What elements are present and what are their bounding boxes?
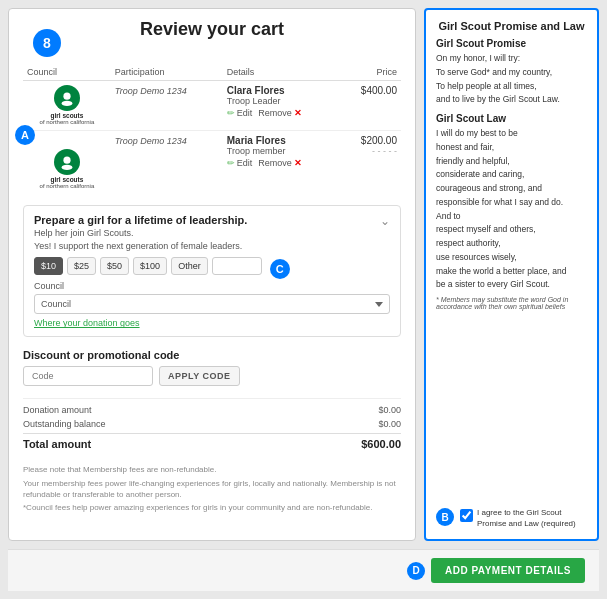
promise-panel-title: Girl Scout Promise and Law <box>436 20 587 32</box>
gs-logo-1: girl scouts of northern california <box>27 85 107 126</box>
member-name-1: Clara Flores <box>227 85 335 96</box>
donation-title: Prepare a girl for a lifetime of leaders… <box>34 214 247 226</box>
agree-label: I agree to the Girl Scout Promise and La… <box>477 508 587 529</box>
svg-point-1 <box>62 101 73 106</box>
promise-subtitle: Girl Scout Promise <box>436 38 587 49</box>
pencil-icon-2: ✏ <box>227 158 235 168</box>
amount-btn-10[interactable]: $10 <box>34 257 63 275</box>
promise-line-4: and to live by the Girl Scout Law. <box>436 93 587 106</box>
edit-remove-row-2: ✏ Edit Remove ✕ <box>227 158 335 168</box>
c-badge: C <box>270 259 290 279</box>
discount-title: Discount or promotional code <box>23 349 401 361</box>
svg-point-2 <box>63 156 70 163</box>
gs-name-line1: girl scouts <box>50 112 83 119</box>
remove-button-2[interactable]: Remove ✕ <box>258 158 302 168</box>
law-subtitle: Girl Scout Law <box>436 113 587 124</box>
law-line-5: responsible for what I say and do. <box>436 196 587 209</box>
col-details: Details <box>223 64 339 81</box>
law-line-7: respect authority, <box>436 237 587 250</box>
gs-logo-2: girl scouts of northern california <box>27 149 107 190</box>
promise-text: On my honor, I will try: To serve God* a… <box>436 52 587 107</box>
donation-amount-label: Donation amount <box>23 405 92 415</box>
b-badge: B <box>436 508 454 526</box>
law-line-4: courageous and strong, and <box>436 182 587 195</box>
amount-btn-25[interactable]: $25 <box>67 257 96 275</box>
troop-name-1: Troop Demo 1234 <box>115 86 187 96</box>
donation-amount-value: $0.00 <box>378 405 401 415</box>
x-icon-1: ✕ <box>294 108 302 118</box>
law-line-1: honest and fair, <box>436 141 587 154</box>
step-badge: 8 <box>33 29 61 57</box>
svg-point-3 <box>62 164 73 169</box>
law-line-10: be a sister to every Girl Scout. <box>436 278 587 291</box>
footnotes: Please note that Membership fees are non… <box>23 464 401 515</box>
council-label: Council <box>34 281 390 291</box>
col-participation: Participation <box>111 64 223 81</box>
amount-btn-50[interactable]: $50 <box>100 257 129 275</box>
donation-amount-row: Donation amount $0.00 <box>23 403 401 417</box>
table-row: girl scouts of northern california Troop… <box>23 81 401 131</box>
promise-line-1: On my honor, I will try: <box>436 52 587 65</box>
price-dots: - - - - - <box>343 146 397 156</box>
amount-btn-100[interactable]: $100 <box>133 257 167 275</box>
price-1: $400.00 <box>361 85 397 96</box>
law-line-9: make the world a better place, and <box>436 265 587 278</box>
gs-name-line2: of northern california <box>40 119 95 126</box>
promise-line-2: To serve God* and my country, <box>436 66 587 79</box>
total-label: Total amount <box>23 438 91 450</box>
gs-name-line2-2: of northern california <box>40 183 95 190</box>
col-price: Price <box>339 64 401 81</box>
promise-line-3: To help people at all times, <box>436 80 587 93</box>
agree-checkbox[interactable] <box>460 509 473 522</box>
footnote-1: Please note that Membership fees are non… <box>23 464 401 475</box>
donation-link[interactable]: Where your donation goes <box>34 318 140 328</box>
amount-custom-input[interactable] <box>212 257 262 275</box>
price-2: $200.00 <box>361 135 397 146</box>
balance-value: $0.00 <box>378 419 401 429</box>
member-name-2: Maria Flores <box>227 135 335 146</box>
d-badge: D <box>407 562 425 580</box>
member-role-2: Troop member <box>227 146 335 156</box>
amount-buttons: $10 $25 $50 $100 Other <box>34 257 262 275</box>
remove-button-1[interactable]: Remove ✕ <box>258 108 302 118</box>
law-line-8: use resources wisely, <box>436 251 587 264</box>
law-line-3: considerate and caring, <box>436 168 587 181</box>
law-text: I will do my best to be honest and fair,… <box>436 127 587 292</box>
balance-row: Outstanding balance $0.00 <box>23 417 401 431</box>
discount-code-input[interactable] <box>23 366 153 386</box>
law-and: And to <box>436 210 587 223</box>
law-line-6: respect myself and others, <box>436 223 587 236</box>
summary-section: Donation amount $0.00 Outstanding balanc… <box>23 398 401 452</box>
footnote-2: Your membership fees power life-changing… <box>23 478 401 500</box>
discount-section: Discount or promotional code APPLY CODE <box>23 349 401 386</box>
law-intro: I will do my best to be <box>436 127 587 140</box>
law-line-2: friendly and helpful, <box>436 155 587 168</box>
col-council: Council <box>23 64 111 81</box>
edit-button-1[interactable]: ✏ Edit <box>227 108 253 118</box>
donation-tagline: Yes! I support the next generation of fe… <box>34 241 390 251</box>
cart-table: Council Participation Details Price <box>23 64 401 193</box>
a-badge: A <box>15 125 35 145</box>
council-select[interactable]: Council <box>34 294 390 314</box>
total-value: $600.00 <box>361 438 401 450</box>
edit-remove-row-1: ✏ Edit Remove ✕ <box>227 108 335 118</box>
donation-subtitle: Help her join Girl Scouts. <box>34 228 247 238</box>
total-row: Total amount $600.00 <box>23 433 401 452</box>
footer-bar: D ADD PAYMENT DETAILS <box>8 549 599 591</box>
gs-name-line1-2: girl scouts <box>50 176 83 183</box>
page-title: Review your cart <box>23 19 401 46</box>
chevron-down-icon[interactable]: ⌄ <box>380 214 390 228</box>
amount-btn-other[interactable]: Other <box>171 257 208 275</box>
add-payment-button[interactable]: ADD PAYMENT DETAILS <box>431 558 585 583</box>
troop-name-2: Troop Demo 1234 <box>115 136 187 146</box>
table-row: A girl scouts of norther <box>23 130 401 193</box>
svg-point-0 <box>63 93 70 100</box>
promise-panel: Girl Scout Promise and Law Girl Scout Pr… <box>424 8 599 541</box>
apply-code-button[interactable]: APPLY CODE <box>159 366 240 386</box>
balance-label: Outstanding balance <box>23 419 106 429</box>
pencil-icon-1: ✏ <box>227 108 235 118</box>
promise-footnote: * Members may substitute the word God in… <box>436 296 587 310</box>
x-icon-2: ✕ <box>294 158 302 168</box>
edit-button-2[interactable]: ✏ Edit <box>227 158 253 168</box>
donation-section: Prepare a girl for a lifetime of leaders… <box>23 205 401 337</box>
